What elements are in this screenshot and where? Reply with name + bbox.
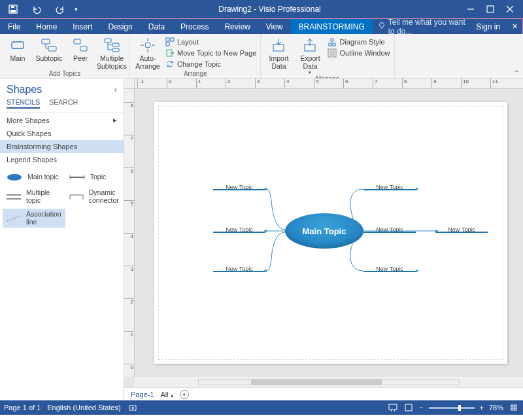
topic-node[interactable]: New Topic <box>363 266 416 272</box>
tab-brainstorming[interactable]: BRAINSTORMING <box>291 19 373 34</box>
window-title: Drawing2 - Visio Professional <box>78 5 462 14</box>
svg-point-28 <box>331 39 334 42</box>
subtopic-button[interactable]: Subtopic <box>35 35 63 63</box>
tab-process[interactable]: Process <box>173 19 216 34</box>
outline-window-button[interactable]: Outline Window <box>328 48 390 58</box>
lightbulb-icon <box>378 22 386 31</box>
tab-data[interactable]: Data <box>141 19 173 34</box>
topic-node[interactable]: New Topic <box>435 226 488 233</box>
close-document-icon[interactable]: ✕ <box>507 22 522 31</box>
svg-rect-48 <box>511 405 513 407</box>
group-label-add-topics: Add Topics <box>49 70 81 79</box>
svg-point-17 <box>145 43 150 48</box>
diagram-style-button[interactable]: Diagram Style <box>328 37 390 47</box>
tab-design[interactable]: Design <box>100 19 140 34</box>
connector-swatch-icon <box>68 192 85 202</box>
group-label-arrange: Arrange <box>184 70 207 79</box>
shape-association-line[interactable]: Association line <box>3 209 65 228</box>
diagram-style-icon <box>328 37 337 46</box>
save-icon[interactable] <box>4 2 22 16</box>
svg-rect-29 <box>329 43 331 46</box>
presentation-mode-icon[interactable] <box>388 403 398 412</box>
tab-insert[interactable]: Insert <box>65 19 100 34</box>
association-swatch-icon <box>5 213 22 224</box>
zoom-in-icon[interactable]: + <box>480 404 484 411</box>
search-tab[interactable]: SEARCH <box>49 98 78 109</box>
layout-icon <box>165 37 175 46</box>
page-tab-all[interactable]: All ▴ <box>160 391 173 398</box>
horizontal-scrollbar[interactable] <box>135 377 523 387</box>
layout-button[interactable]: Layout <box>165 37 256 47</box>
fit-window-icon[interactable] <box>509 403 519 412</box>
ruler-horizontal: -1 0 1 2 3 4 5 6 7 8 9 10 11 <box>135 79 523 89</box>
zoom-level[interactable]: 78% <box>489 404 503 411</box>
move-page-icon <box>165 48 175 58</box>
page-tab-1[interactable]: Page-1 <box>131 391 154 398</box>
shape-main-topic[interactable]: Main topic <box>3 170 65 184</box>
multiple-subtopics-icon <box>103 37 120 54</box>
peer-icon <box>72 37 89 54</box>
more-shapes-item[interactable]: More Shapes▸ <box>0 113 124 127</box>
undo-icon[interactable] <box>27 2 46 16</box>
brainstorming-shapes-item[interactable]: Brainstorming Shapes <box>0 140 124 153</box>
topic-node[interactable]: New Topic <box>213 266 265 272</box>
shape-dynamic-connector[interactable]: Dynamic connector <box>65 187 123 206</box>
tab-home[interactable]: Home <box>28 19 65 34</box>
topic-node[interactable]: New Topic <box>213 226 265 233</box>
svg-rect-1 <box>10 10 16 12</box>
auto-arrange-icon <box>139 37 156 54</box>
quick-shapes-item[interactable]: Quick Shapes <box>0 127 124 140</box>
move-topic-new-page-button[interactable]: Move Topic to New Page <box>165 48 256 58</box>
topic-node[interactable]: New Topic <box>363 184 416 190</box>
change-topic-button[interactable]: Change Topic <box>165 59 256 69</box>
multiple-subtopics-button[interactable]: Multiple Subtopics <box>98 35 126 70</box>
svg-rect-11 <box>48 46 56 51</box>
export-data-button[interactable]: Export Data▾ <box>296 35 324 75</box>
tab-file[interactable]: File <box>0 19 28 34</box>
svg-rect-44 <box>389 404 397 410</box>
svg-point-43 <box>131 407 133 409</box>
import-icon <box>270 37 287 54</box>
change-topic-icon <box>165 60 175 69</box>
import-data-button[interactable]: Import Data <box>265 35 292 70</box>
svg-rect-15 <box>112 43 119 46</box>
drawing-page[interactable]: Main Topic New Topic New Topic New Topic… <box>154 102 507 364</box>
topic-node[interactable]: New Topic <box>363 226 416 233</box>
zoom-slider[interactable] <box>429 407 475 409</box>
tab-review[interactable]: Review <box>216 19 258 34</box>
shape-topic[interactable]: Topic <box>65 170 123 184</box>
legend-shapes-item[interactable]: Legend Shapes <box>0 153 124 166</box>
main-topic-button[interactable]: Main <box>4 35 31 63</box>
svg-rect-23 <box>171 38 174 41</box>
svg-rect-16 <box>112 48 119 52</box>
ruler-corner <box>124 79 135 89</box>
status-language[interactable]: English (United States) <box>47 404 121 411</box>
auto-arrange-button[interactable]: Auto-Arrange <box>134 35 161 70</box>
topic-node[interactable]: New Topic <box>213 184 265 190</box>
zoom-out-icon[interactable]: − <box>419 404 423 411</box>
shape-multiple-topic[interactable]: Multiple topic <box>3 187 65 206</box>
svg-rect-47 <box>405 404 412 411</box>
collapse-ribbon-icon[interactable]: ⌃ <box>514 69 519 77</box>
stencils-tab[interactable]: STENCILS <box>7 98 40 109</box>
outline-window-icon <box>328 48 337 58</box>
drawing-canvas[interactable]: Main Topic New Topic New Topic New Topic… <box>135 89 523 377</box>
tab-view[interactable]: View <box>258 19 291 34</box>
shape-main-topic-node[interactable]: Main Topic <box>285 213 363 249</box>
tell-me-search[interactable]: Tell me what you want to do... <box>373 18 470 36</box>
main-topic-swatch-icon <box>5 172 24 183</box>
svg-rect-10 <box>42 39 50 44</box>
macro-record-icon[interactable] <box>127 403 138 412</box>
shapes-pane-title: Shapes <box>7 84 42 96</box>
redo-icon[interactable] <box>51 2 69 16</box>
sign-in-link[interactable]: Sign in <box>469 22 507 31</box>
ruler-vertical: 8 7 6 5 4 3 2 1 0 <box>124 89 135 377</box>
close-window-icon[interactable] <box>501 2 519 16</box>
subtopic-icon <box>41 37 58 54</box>
maximize-icon[interactable] <box>481 2 499 16</box>
minimize-icon[interactable] <box>462 2 480 16</box>
add-page-icon[interactable]: + <box>180 390 189 399</box>
collapse-shapes-icon[interactable]: ‹ <box>114 85 117 94</box>
peer-button[interactable]: Peer <box>67 35 94 63</box>
fit-page-icon[interactable] <box>403 403 414 412</box>
